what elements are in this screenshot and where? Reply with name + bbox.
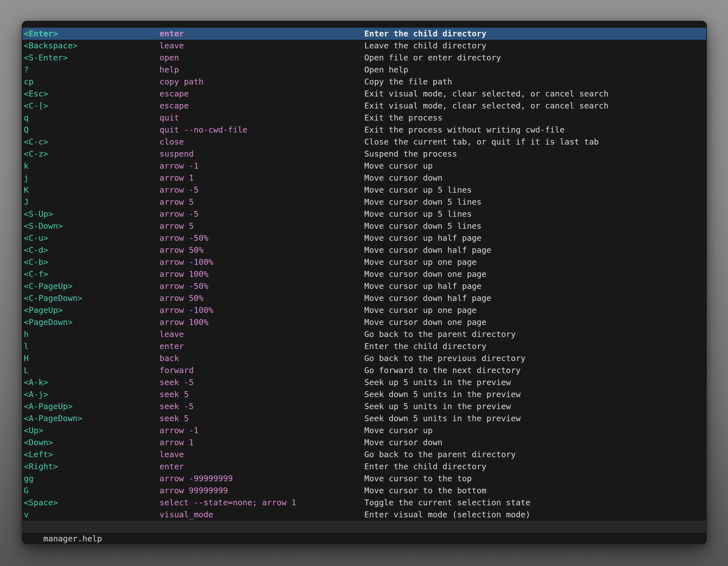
keybinding-row[interactable]: cpcopy pathCopy the file path — [22, 76, 706, 88]
keybinding-row[interactable]: LforwardGo forward to the next directory — [22, 364, 706, 376]
key-cell: l — [24, 340, 159, 352]
keybinding-row[interactable]: karrow -1Move cursor up — [22, 160, 706, 172]
key-cell: <C-[> — [24, 100, 159, 112]
command-cell: help — [159, 64, 364, 76]
key-cell: G — [24, 485, 159, 497]
keybinding-row[interactable]: vvisual_modeEnter visual mode (selection… — [22, 509, 706, 521]
command-cell: arrow -5 — [159, 208, 364, 220]
command-cell: arrow -5 — [159, 184, 364, 196]
keybinding-row[interactable]: Jarrow 5Move cursor down 5 lines — [22, 196, 706, 208]
keybinding-row[interactable]: <Down>arrow 1Move cursor down — [22, 436, 706, 448]
keybinding-row[interactable]: <C-PageDown>arrow 50%Move cursor down ha… — [22, 292, 706, 304]
command-cell: arrow 100% — [159, 268, 364, 280]
keybinding-row[interactable]: ?helpOpen help — [22, 64, 706, 76]
key-cell: <Left> — [24, 448, 159, 461]
keybinding-row[interactable]: <C-u>arrow -50%Move cursor up half page — [22, 232, 706, 244]
key-cell: <Backspace> — [24, 40, 159, 52]
command-cell: back — [159, 352, 364, 364]
description-cell: Move cursor down half page — [364, 292, 706, 304]
description-cell: Move cursor down one page — [364, 268, 706, 280]
keybinding-row[interactable]: Karrow -5Move cursor up 5 lines — [22, 184, 706, 196]
command-cell: arrow 50% — [159, 292, 364, 304]
keybinding-row[interactable]: <PageDown>arrow 100%Move cursor down one… — [22, 316, 706, 328]
terminal-window: <Enter>enterEnter the child directory<Ba… — [22, 21, 707, 544]
key-cell: <A-j> — [24, 388, 159, 400]
keybinding-row[interactable]: <Backspace>leaveLeave the child director… — [22, 40, 706, 52]
key-cell: q — [24, 112, 159, 124]
description-cell: Close the current tab, or quit if it is … — [364, 136, 706, 148]
keybinding-row[interactable]: Garrow 99999999Move cursor to the bottom — [22, 485, 706, 497]
key-cell: H — [24, 352, 159, 364]
key-cell: gg — [24, 473, 159, 485]
keybinding-row[interactable]: jarrow 1Move cursor down — [22, 172, 706, 184]
keybinding-row[interactable]: <Right>enterEnter the child directory — [22, 461, 706, 473]
status-bar: manager.help — [22, 521, 706, 533]
key-cell: <C-d> — [24, 244, 159, 256]
keybinding-row[interactable]: <Left>leaveGo back to the parent directo… — [22, 448, 706, 461]
keybinding-row[interactable]: <Enter>enterEnter the child directory — [22, 28, 706, 40]
keybinding-row[interactable]: <A-j>seek 5Seek down 5 units in the prev… — [22, 388, 706, 400]
keybinding-row[interactable]: <C-PageUp>arrow -50%Move cursor up half … — [22, 280, 706, 292]
keybinding-row[interactable]: <Esc>escapeExit visual mode, clear selec… — [22, 88, 706, 100]
description-cell: Copy the file path — [364, 76, 706, 88]
command-cell: arrow -1 — [159, 160, 364, 172]
description-cell: Exit visual mode, clear selected, or can… — [364, 88, 706, 100]
description-cell: Enter visual mode (selection mode) — [364, 509, 706, 521]
command-cell: forward — [159, 364, 364, 376]
description-cell: Move cursor down 5 lines — [364, 196, 706, 208]
keybinding-row[interactable]: hleaveGo back to the parent directory — [22, 328, 706, 340]
keybinding-row[interactable]: qquitExit the process — [22, 112, 706, 124]
keybinding-row[interactable]: <A-PageUp>seek -5Seek up 5 units in the … — [22, 400, 706, 412]
description-cell: Move cursor up — [364, 160, 706, 172]
description-cell: Exit the process — [364, 112, 706, 124]
keybinding-row[interactable]: <C-z>suspendSuspend the process — [22, 148, 706, 160]
keybinding-row[interactable]: ggarrow -99999999Move cursor to the top — [22, 473, 706, 485]
keybinding-row[interactable]: <C-[>escapeExit visual mode, clear selec… — [22, 100, 706, 112]
keybinding-row[interactable]: lenterEnter the child directory — [22, 340, 706, 352]
key-cell: <C-b> — [24, 256, 159, 268]
keybinding-row[interactable]: <A-PageDown>seek 5Seek down 5 units in t… — [22, 412, 706, 424]
keybinding-row[interactable]: <S-Up>arrow -5Move cursor up 5 lines — [22, 208, 706, 220]
description-cell: Seek down 5 units in the preview — [364, 388, 706, 400]
keybinding-list: <Enter>enterEnter the child directory<Ba… — [22, 22, 706, 521]
keybinding-row[interactable]: <PageUp>arrow -100%Move cursor up one pa… — [22, 304, 706, 316]
keybinding-row[interactable]: <C-d>arrow 50%Move cursor down half page — [22, 244, 706, 256]
command-cell: arrow 5 — [159, 196, 364, 208]
keybinding-row[interactable]: Qquit --no-cwd-fileExit the process with… — [22, 124, 706, 136]
keybinding-row[interactable]: <C-b>arrow -100%Move cursor up one page — [22, 256, 706, 268]
command-cell: arrow 99999999 — [159, 485, 364, 497]
description-cell: Enter the child directory — [364, 461, 706, 473]
keybinding-row[interactable]: <S-Down>arrow 5Move cursor down 5 lines — [22, 220, 706, 232]
command-cell: enter — [159, 340, 364, 352]
description-cell: Toggle the current selection state — [364, 497, 706, 509]
help-layer-label: manager.help — [43, 534, 102, 543]
description-cell: Suspend the process — [364, 148, 706, 160]
command-cell: arrow -1 — [159, 424, 364, 436]
command-cell: escape — [159, 100, 364, 112]
command-cell: arrow 1 — [159, 436, 364, 448]
key-cell: v — [24, 509, 159, 521]
key-cell: cp — [24, 76, 159, 88]
keybinding-row[interactable]: <Up>arrow -1Move cursor up — [22, 424, 706, 436]
keybinding-row[interactable]: <S-Enter>openOpen file or enter director… — [22, 52, 706, 64]
key-cell: <A-PageUp> — [24, 400, 159, 412]
command-cell: copy path — [159, 76, 364, 88]
keybinding-row[interactable]: HbackGo back to the previous directory — [22, 352, 706, 364]
key-cell: <Space> — [24, 497, 159, 509]
description-cell: Move cursor up 5 lines — [364, 208, 706, 220]
description-cell: Move cursor up 5 lines — [364, 184, 706, 196]
keybinding-row[interactable]: <A-k>seek -5Seek up 5 units in the previ… — [22, 376, 706, 388]
key-cell: <A-k> — [24, 376, 159, 388]
key-cell: <C-PageUp> — [24, 280, 159, 292]
keybinding-row[interactable]: <C-f>arrow 100%Move cursor down one page — [22, 268, 706, 280]
keybinding-row[interactable]: <Space>select --state=none; arrow 1Toggl… — [22, 497, 706, 509]
key-cell: h — [24, 328, 159, 340]
description-cell: Move cursor down half page — [364, 244, 706, 256]
key-cell: j — [24, 172, 159, 184]
description-cell: Leave the child directory — [364, 40, 706, 52]
key-cell: <Up> — [24, 424, 159, 436]
description-cell: Move cursor to the top — [364, 473, 706, 485]
description-cell: Move cursor down — [364, 436, 706, 448]
keybinding-row[interactable]: <C-c>closeClose the current tab, or quit… — [22, 136, 706, 148]
command-cell: select --state=none; arrow 1 — [159, 497, 364, 509]
